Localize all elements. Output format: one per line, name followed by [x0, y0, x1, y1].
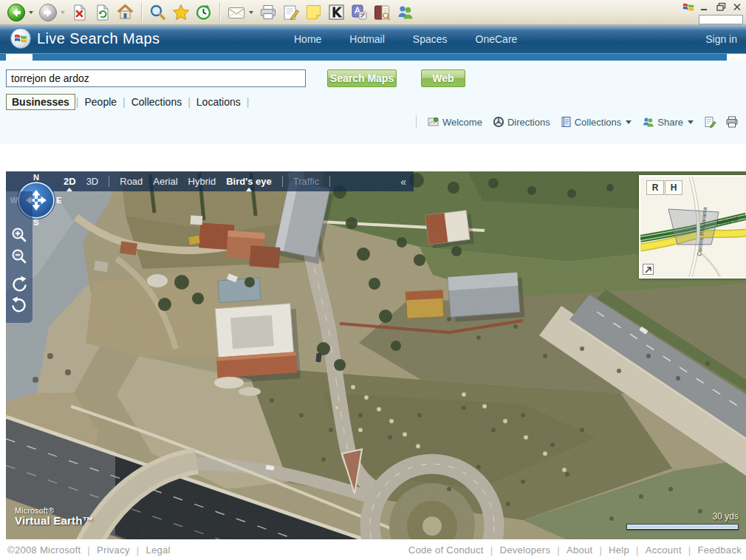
map-tab-hybrid[interactable]: Hybrid	[188, 176, 216, 187]
footer-separator: |	[137, 544, 140, 556]
collapse-bar-button[interactable]: «	[400, 176, 406, 188]
zoom-out-icon	[10, 247, 28, 265]
toolbar-separator	[219, 3, 220, 22]
minimap-road-button[interactable]: R	[646, 180, 664, 195]
map-style-bar: 2D 3D Road Aerial Hybrid Bird's eye Traf…	[6, 171, 414, 191]
print-map-button[interactable]	[724, 115, 740, 129]
footer-account[interactable]: Account	[646, 544, 682, 556]
nav-home[interactable]: Home	[294, 33, 321, 45]
web-search-button[interactable]: Web	[421, 69, 465, 87]
welcome-button[interactable]: Welcome	[425, 115, 485, 129]
directions-button[interactable]: Directions	[490, 115, 552, 129]
tab-people[interactable]: People	[79, 95, 122, 109]
header-substrip	[0, 53, 746, 61]
sign-in-link[interactable]: Sign in	[705, 25, 737, 53]
compass-east-label: E	[56, 196, 61, 205]
tab-collections[interactable]: Collections	[126, 95, 187, 109]
scale-bar	[626, 524, 739, 530]
map-tab-2d[interactable]: 2D	[64, 176, 76, 187]
footer-help[interactable]: Help	[609, 544, 629, 556]
tab-divider: |	[246, 96, 250, 108]
map-tab-traffic: Traffic	[293, 176, 319, 187]
messenger-icon[interactable]	[395, 2, 415, 22]
nav-spaces[interactable]: Spaces	[413, 33, 448, 45]
email-page-button[interactable]	[702, 115, 718, 129]
zoom-in-icon	[10, 226, 28, 244]
share-button[interactable]: Share	[640, 115, 696, 129]
back-icon[interactable]	[6, 2, 26, 22]
nav-onecare[interactable]: OneCare	[476, 33, 518, 45]
logo-line-virtual-earth: Virtual Earth™	[15, 514, 94, 527]
favorites-icon[interactable]	[171, 2, 191, 22]
zoom-out-button[interactable]	[10, 247, 29, 266]
rotate-clockwise-button[interactable]	[10, 274, 29, 293]
footer-feedback[interactable]: Feedback	[698, 544, 742, 556]
map-tab-birds-eye[interactable]: Bird's eye	[226, 176, 272, 187]
minimap-expand-button[interactable]	[643, 264, 654, 275]
back-dropdown-caret-icon[interactable]	[29, 11, 33, 14]
home-icon[interactable]	[115, 2, 135, 22]
search-scope-tabs: Businesses | People | Collections | Loca…	[6, 94, 250, 110]
share-label: Share	[657, 117, 683, 128]
mail-dropdown-caret-icon[interactable]	[249, 11, 253, 14]
map-actions-toolbar: Welcome Directions Collections	[416, 115, 740, 129]
rotate-clockwise-icon	[10, 275, 28, 293]
map-tab-road[interactable]: Road	[120, 176, 143, 187]
overview-minimap[interactable]: Camino Río Jarama Autopist R H	[639, 175, 746, 279]
footer-developers[interactable]: Developers	[499, 544, 550, 556]
compass-north-label: N	[33, 173, 39, 182]
note-icon[interactable]	[304, 2, 324, 22]
tab-businesses[interactable]: Businesses	[6, 94, 75, 110]
collections-button[interactable]: Collections	[558, 115, 634, 129]
footer-separator: |	[490, 544, 493, 556]
refresh-icon[interactable]	[92, 2, 112, 22]
research-icon[interactable]	[372, 2, 392, 22]
aerial-imagery[interactable]	[6, 171, 746, 539]
restore-icon[interactable]	[715, 1, 727, 12]
copyright-text: ©2008 Microsoft	[7, 544, 81, 556]
zoom-in-button[interactable]	[10, 225, 29, 245]
footer-privacy[interactable]: Privacy	[97, 544, 130, 556]
map-tab-3d[interactable]: 3D	[86, 176, 99, 187]
collections-label: Collections	[575, 117, 622, 128]
directions-label: Directions	[507, 117, 550, 128]
close-icon[interactable]	[731, 1, 743, 12]
print-icon[interactable]	[258, 2, 278, 22]
share-dropdown-caret-icon	[688, 120, 694, 124]
translator-icon[interactable]	[349, 2, 369, 22]
mail-icon[interactable]	[226, 2, 246, 22]
footer-about[interactable]: About	[567, 544, 592, 556]
search-maps-button[interactable]: Search Maps	[327, 69, 397, 87]
forward-icon[interactable]	[38, 2, 58, 22]
map-tab-aerial[interactable]: Aerial	[153, 176, 177, 187]
rotate-counterclockwise-icon	[10, 296, 28, 313]
search-icon[interactable]	[148, 2, 168, 22]
rotate-counterclockwise-button[interactable]	[10, 295, 29, 314]
directions-wheel-icon	[493, 116, 504, 128]
antivirus-icon[interactable]	[326, 2, 346, 22]
welcome-label: Welcome	[442, 117, 482, 128]
scale-label: 30 yds	[626, 511, 739, 522]
site-header: Live Search Maps Home Hotmail Spaces One…	[0, 25, 746, 53]
map-viewport: 2D 3D Road Aerial Hybrid Bird's eye Traf…	[6, 171, 746, 539]
browser-toolbar	[0, 0, 746, 25]
search-input[interactable]	[6, 69, 306, 87]
map-bar-divider	[282, 176, 283, 187]
footer-code-of-conduct[interactable]: Code of Conduct	[408, 544, 484, 556]
edit-icon[interactable]	[281, 2, 301, 22]
stop-icon[interactable]	[69, 2, 89, 22]
forward-dropdown-caret-icon[interactable]	[61, 11, 65, 14]
history-icon[interactable]	[194, 2, 213, 22]
footer-right: Code of Conduct | Developers | About | H…	[408, 544, 742, 556]
minimap-hybrid-button[interactable]: H	[665, 180, 682, 195]
minimize-icon[interactable]	[699, 1, 711, 12]
toolbar-separator	[141, 3, 142, 22]
browser-search-box[interactable]	[699, 15, 743, 24]
tab-locations[interactable]: Locations	[191, 95, 246, 109]
windows-flag-icon	[10, 28, 31, 49]
footer-legal[interactable]: Legal	[146, 544, 170, 556]
nav-hotmail[interactable]: Hotmail	[349, 33, 384, 45]
printer-icon	[725, 116, 739, 128]
active-tab-marker-icon	[246, 188, 252, 191]
brand-logo[interactable]: Live Search Maps	[10, 28, 160, 49]
